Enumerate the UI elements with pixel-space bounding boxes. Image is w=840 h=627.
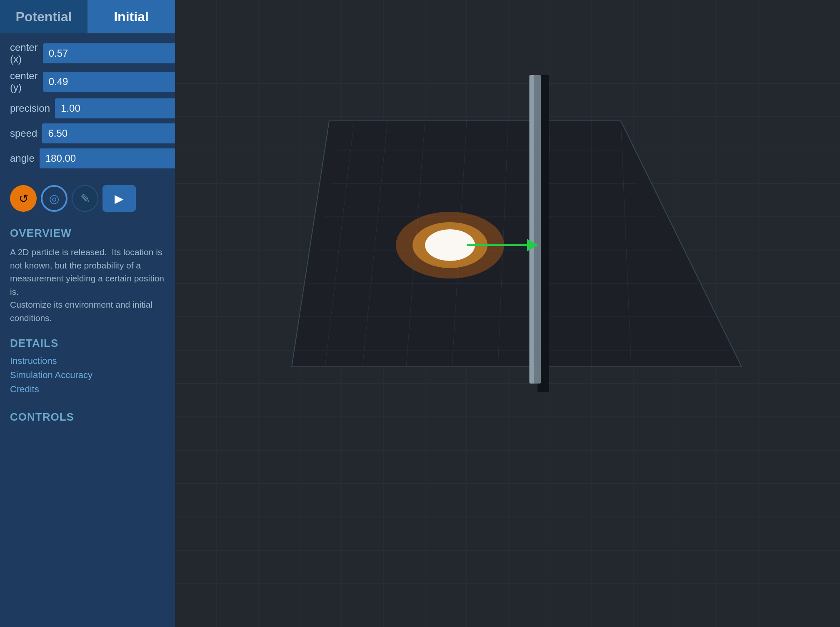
overview-title: OVERVIEW <box>10 227 165 240</box>
details-section: DETAILS Instructions Simulation Accuracy… <box>0 329 175 402</box>
edit-button[interactable]: ✎ <box>72 185 98 212</box>
edit-icon: ✎ <box>80 192 90 206</box>
circle-icon: ◎ <box>49 192 59 206</box>
controls-section: CONTROLS <box>0 402 175 434</box>
label-angle: angle <box>10 153 35 164</box>
credits-link[interactable]: Credits <box>10 384 165 395</box>
tab-bar: Potential Initial <box>0 0 175 33</box>
field-row-precision: precision <box>10 98 165 118</box>
svg-rect-49 <box>530 75 534 384</box>
barrier-wall <box>529 75 549 392</box>
circle-button[interactable]: ◎ <box>41 185 68 212</box>
field-row-speed: speed <box>10 123 165 143</box>
field-row-center-x: center (x) <box>10 42 165 65</box>
reset-icon: ↺ <box>19 192 28 206</box>
label-precision: precision <box>10 103 50 114</box>
overview-text: A 2D particle is released. Its location … <box>10 246 165 324</box>
play-icon: ▶ <box>115 192 124 206</box>
reset-button[interactable]: ↺ <box>10 185 37 212</box>
tab-potential[interactable]: Potential <box>0 0 88 33</box>
input-angle[interactable] <box>40 148 176 168</box>
play-button[interactable]: ▶ <box>102 185 136 212</box>
label-center-x: center (x) <box>10 42 38 65</box>
sidebar: Potential Initial center (x) center (y) … <box>0 0 175 627</box>
input-precision[interactable] <box>55 98 191 118</box>
input-center-y[interactable] <box>43 72 179 92</box>
svg-marker-31 <box>292 121 742 367</box>
details-title: DETAILS <box>10 337 165 350</box>
3d-viewport[interactable] <box>175 0 840 627</box>
label-center-y: center (y) <box>10 70 38 93</box>
controls-title: CONTROLS <box>10 411 165 424</box>
parameter-fields: center (x) center (y) precision speed an… <box>0 33 175 177</box>
field-row-angle: angle <box>10 148 165 168</box>
input-speed[interactable] <box>42 123 178 143</box>
tab-initial[interactable]: Initial <box>88 0 175 33</box>
simulation-accuracy-link[interactable]: Simulation Accuracy <box>10 370 165 381</box>
overview-section: OVERVIEW A 2D particle is released. Its … <box>0 218 175 329</box>
field-row-center-y: center (y) <box>10 70 165 93</box>
input-center-x[interactable] <box>43 43 179 63</box>
label-speed: speed <box>10 128 37 139</box>
action-buttons: ↺ ◎ ✎ ▶ <box>0 178 175 218</box>
floor-plane <box>292 121 742 367</box>
3d-scene <box>175 0 840 627</box>
instructions-link[interactable]: Instructions <box>10 356 165 366</box>
